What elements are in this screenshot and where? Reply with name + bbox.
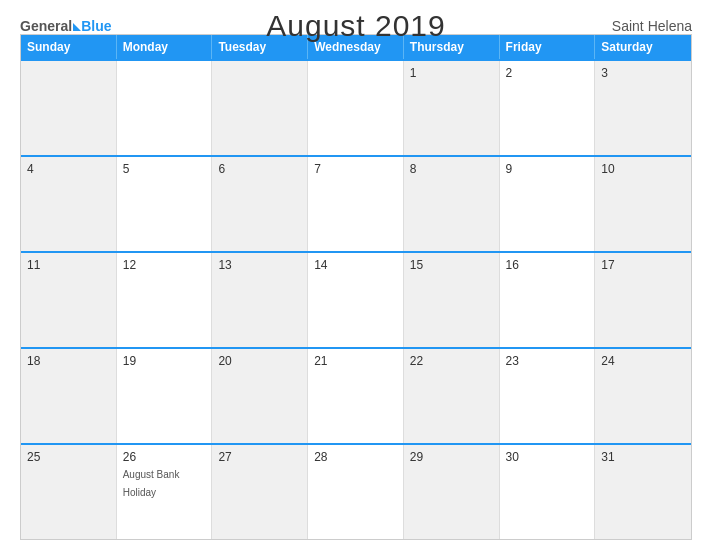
cal-day-number: 24 (601, 354, 685, 368)
cal-cell: 21 (308, 349, 404, 443)
cal-day-number: 27 (218, 450, 301, 464)
cal-week-5: 2526August Bank Holiday2728293031 (21, 443, 691, 539)
cal-day-number: 5 (123, 162, 206, 176)
cal-cell: 25 (21, 445, 117, 539)
cal-cell: 4 (21, 157, 117, 251)
cal-cell: 13 (212, 253, 308, 347)
cal-day-number: 18 (27, 354, 110, 368)
cal-header-friday: Friday (500, 35, 596, 59)
month-title: August 2019 (266, 9, 445, 42)
cal-cell (212, 61, 308, 155)
logo-blue: Blue (81, 19, 111, 33)
cal-day-number: 3 (601, 66, 685, 80)
cal-day-number: 4 (27, 162, 110, 176)
cal-cell: 18 (21, 349, 117, 443)
cal-day-number: 10 (601, 162, 685, 176)
cal-day-number: 11 (27, 258, 110, 272)
cal-cell: 24 (595, 349, 691, 443)
cal-cell: 17 (595, 253, 691, 347)
cal-week-2: 45678910 (21, 155, 691, 251)
cal-cell: 23 (500, 349, 596, 443)
cal-cell: 22 (404, 349, 500, 443)
cal-cell: 7 (308, 157, 404, 251)
cal-week-3: 11121314151617 (21, 251, 691, 347)
cal-cell: 12 (117, 253, 213, 347)
cal-day-number: 19 (123, 354, 206, 368)
cal-cell: 30 (500, 445, 596, 539)
cal-day-number: 29 (410, 450, 493, 464)
cal-cell: 10 (595, 157, 691, 251)
cal-cell: 6 (212, 157, 308, 251)
cal-day-number: 6 (218, 162, 301, 176)
cal-cell: 15 (404, 253, 500, 347)
cal-cell: 14 (308, 253, 404, 347)
cal-day-number: 23 (506, 354, 589, 368)
cal-cell: 26August Bank Holiday (117, 445, 213, 539)
cal-cell: 5 (117, 157, 213, 251)
cal-cell: 3 (595, 61, 691, 155)
cal-day-number: 25 (27, 450, 110, 464)
cal-cell: 9 (500, 157, 596, 251)
cal-cell: 28 (308, 445, 404, 539)
calendar-page: General Blue August 2019 Saint Helena Su… (0, 0, 712, 550)
cal-cell: 27 (212, 445, 308, 539)
cal-day-number: 2 (506, 66, 589, 80)
cal-day-number: 8 (410, 162, 493, 176)
cal-day-number: 30 (506, 450, 589, 464)
cal-header-sunday: Sunday (21, 35, 117, 59)
cal-cell: 20 (212, 349, 308, 443)
cal-cell (308, 61, 404, 155)
cal-day-number: 1 (410, 66, 493, 80)
cal-header-saturday: Saturday (595, 35, 691, 59)
cal-day-number: 20 (218, 354, 301, 368)
cal-day-number: 14 (314, 258, 397, 272)
cal-week-1: 123 (21, 59, 691, 155)
logo-triangle-icon (73, 23, 81, 31)
cal-event: August Bank Holiday (123, 469, 180, 498)
cal-cell: 11 (21, 253, 117, 347)
cal-day-number: 12 (123, 258, 206, 272)
cal-day-number: 17 (601, 258, 685, 272)
cal-day-number: 7 (314, 162, 397, 176)
cal-cell: 19 (117, 349, 213, 443)
cal-cell: 8 (404, 157, 500, 251)
cal-week-4: 18192021222324 (21, 347, 691, 443)
cal-cell (117, 61, 213, 155)
cal-cell (21, 61, 117, 155)
cal-cell: 29 (404, 445, 500, 539)
cal-cell: 2 (500, 61, 596, 155)
cal-day-number: 26 (123, 450, 206, 464)
cal-day-number: 31 (601, 450, 685, 464)
logo: General Blue (20, 19, 111, 33)
cal-day-number: 13 (218, 258, 301, 272)
cal-cell: 31 (595, 445, 691, 539)
calendar-body: 1234567891011121314151617181920212223242… (21, 59, 691, 539)
cal-cell: 16 (500, 253, 596, 347)
cal-header-monday: Monday (117, 35, 213, 59)
page-header: General Blue August 2019 Saint Helena (20, 18, 692, 34)
cal-day-number: 15 (410, 258, 493, 272)
cal-day-number: 21 (314, 354, 397, 368)
cal-day-number: 28 (314, 450, 397, 464)
cal-day-number: 22 (410, 354, 493, 368)
calendar: SundayMondayTuesdayWednesdayThursdayFrid… (20, 34, 692, 540)
cal-day-number: 16 (506, 258, 589, 272)
logo-general: General (20, 19, 72, 33)
cal-day-number: 9 (506, 162, 589, 176)
region-label: Saint Helena (612, 18, 692, 34)
cal-cell: 1 (404, 61, 500, 155)
